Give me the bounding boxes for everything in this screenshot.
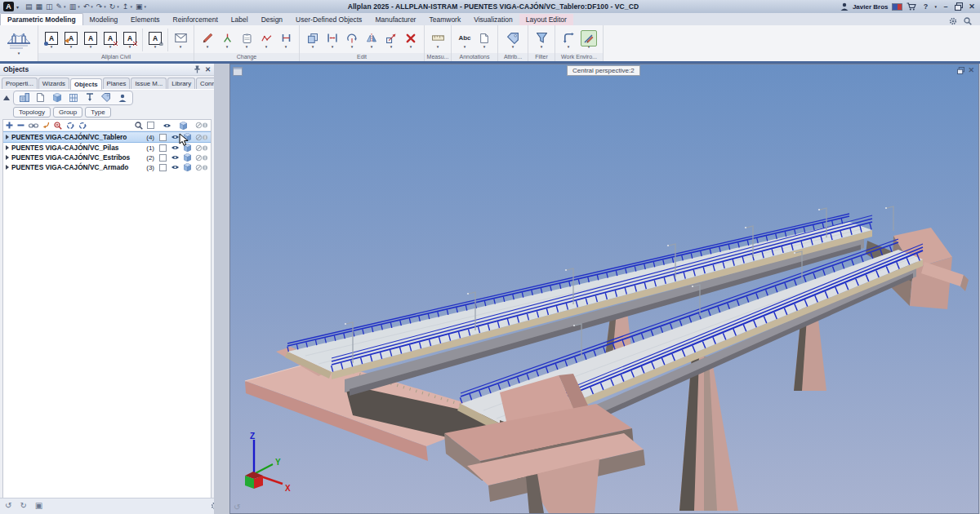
civil-edit-button[interactable]: A — [82, 31, 100, 49]
select-all-checkbox[interactable] — [147, 122, 154, 129]
edit-caret-icon[interactable]: ▾ — [64, 2, 66, 11]
allplan-civil-launcher-button[interactable]: ▾ — [0, 25, 38, 61]
slash-info-icon[interactable] — [195, 164, 208, 171]
3d-column-icon[interactable] — [180, 122, 187, 130]
app-menu-button[interactable]: A — [3, 2, 14, 11]
shop-cart-icon[interactable] — [906, 2, 916, 11]
window-icon[interactable]: ▣ — [136, 2, 143, 11]
apply-down-icon[interactable] — [42, 122, 50, 129]
row-checkbox[interactable] — [159, 134, 167, 141]
sort-by-document-button[interactable] — [33, 92, 48, 104]
edit-properties-button[interactable] — [238, 31, 256, 49]
delete-button[interactable] — [402, 31, 420, 49]
group-button[interactable]: Group — [53, 107, 82, 117]
tab-modeling[interactable]: Modeling — [83, 14, 125, 25]
rotate-button[interactable] — [343, 31, 361, 49]
redo-icon[interactable]: ↷ — [96, 2, 103, 11]
pin-icon[interactable] — [194, 65, 201, 73]
tree-row-armado[interactable]: PUENTES VIGA-CAJÓN/VC_Armado (3) — [3, 162, 211, 172]
visibility-column-icon[interactable] — [163, 122, 172, 129]
language-flag-icon[interactable] — [892, 3, 902, 11]
panel-tab-issue-manager[interactable]: Issue M... — [131, 78, 167, 89]
link-icon[interactable] — [29, 122, 38, 129]
slash-info-icon[interactable] — [195, 154, 208, 162]
undo-icon[interactable]: ↶ — [83, 2, 90, 11]
redo-caret-icon[interactable]: ▾ — [104, 2, 106, 11]
rotate-left-icon[interactable]: ↺ — [5, 502, 11, 510]
panel-tab-wizards[interactable]: Wizards — [38, 78, 69, 89]
zoom-selection-icon[interactable] — [54, 122, 62, 130]
eye-icon[interactable] — [171, 154, 180, 161]
modify-button[interactable] — [198, 31, 216, 49]
panel-tab-objects[interactable]: Objects — [70, 78, 102, 90]
civil-parametric-model-button[interactable]: A — [42, 31, 60, 49]
sort-by-object-button[interactable] — [49, 92, 65, 104]
viewport-mini-window-icon[interactable] — [233, 67, 243, 76]
tree-row-estribos[interactable]: PUENTES VIGA-CAJÓN/VC_Estribos (2) — [3, 153, 211, 162]
import-caret-icon[interactable]: ▾ — [130, 2, 132, 11]
search-icon[interactable] — [135, 122, 143, 130]
tab-manufacturer[interactable]: Manufacturer — [368, 14, 422, 25]
user-icon[interactable] — [840, 2, 849, 11]
filter-button[interactable] — [532, 31, 550, 49]
selection-mode-button[interactable] — [579, 31, 599, 49]
tab-elements[interactable]: Elements — [124, 14, 166, 25]
3d-viewport-canvas[interactable]: Z Y X — [230, 64, 979, 513]
edit-icon[interactable]: ✎ — [56, 2, 63, 11]
tab-visualization[interactable]: Visualization — [467, 14, 519, 25]
refresh-view-icon[interactable] — [66, 122, 74, 130]
viewport-close-icon[interactable]: ✕ — [968, 66, 974, 74]
civil-export-button[interactable] — [172, 31, 189, 49]
tab-label[interactable]: Label — [225, 14, 255, 25]
move-spacing-button[interactable] — [323, 31, 341, 49]
civil-purge-button[interactable]: A — [121, 31, 139, 49]
civil-exchange-button[interactable]: A — [62, 31, 80, 49]
expander-icon[interactable] — [6, 144, 11, 152]
expand-all-icon[interactable] — [6, 122, 13, 129]
window-mode-icon[interactable]: ▣ — [35, 502, 42, 510]
panel-tab-library[interactable]: Library — [167, 78, 195, 89]
cube-icon[interactable] — [184, 163, 191, 171]
print-caret-icon[interactable]: ▾ — [78, 2, 80, 11]
search-icon[interactable] — [964, 17, 972, 25]
text-button[interactable]: Abc — [456, 31, 474, 49]
tab-teamwork[interactable]: Teamwork — [422, 14, 467, 25]
row-checkbox[interactable] — [159, 144, 167, 152]
refresh-icon[interactable]: ↻ — [109, 2, 116, 11]
measure-button[interactable] — [429, 31, 447, 49]
sort-order-button[interactable] — [82, 92, 97, 104]
lock-column-icon[interactable] — [195, 122, 208, 129]
close-button[interactable]: ✕ — [967, 2, 977, 11]
viewport-bottom-icon[interactable]: ↺ — [234, 503, 240, 512]
help-button[interactable]: ? — [920, 2, 930, 11]
rotate-right-icon[interactable]: ↻ — [20, 502, 26, 510]
panel-tab-properties[interactable]: Properti... — [2, 78, 38, 89]
print-icon[interactable]: ▥ — [69, 2, 77, 11]
mirror-button[interactable] — [363, 31, 381, 49]
refresh-caret-icon[interactable]: ▾ — [117, 2, 119, 11]
tab-layout-editor[interactable]: Layout Editor — [519, 14, 573, 25]
help-caret-icon[interactable]: ▾ — [934, 4, 937, 9]
save-icon[interactable]: ◫ — [46, 2, 53, 11]
row-checkbox[interactable] — [159, 164, 167, 171]
collapse-icon[interactable] — [3, 95, 10, 100]
tab-design[interactable]: Design — [255, 14, 289, 25]
type-button[interactable]: Type — [85, 107, 110, 117]
restore-button[interactable] — [955, 2, 963, 11]
settings-gear-icon[interactable] — [949, 17, 957, 25]
copy-button[interactable] — [304, 31, 322, 49]
user-name[interactable]: Javier Bros — [853, 3, 889, 11]
3d-viewport[interactable]: Z Y X Central perspective:2 ✕ ↺ — [229, 64, 979, 514]
expander-icon[interactable] — [6, 164, 11, 171]
import-icon[interactable]: ↥ — [122, 2, 129, 11]
split-button[interactable] — [218, 31, 236, 49]
workspace-switch-button[interactable] — [559, 31, 577, 49]
civil-delete-button[interactable]: A — [101, 31, 119, 49]
edit-polyline-button[interactable] — [257, 31, 275, 49]
refresh-all-icon[interactable] — [78, 122, 87, 130]
undo-caret-icon[interactable]: ▾ — [91, 2, 93, 11]
panel-splitter[interactable] — [214, 64, 229, 514]
slash-info-icon[interactable] — [195, 134, 208, 141]
sort-by-attribute-button[interactable] — [98, 92, 114, 104]
sort-by-trade-button[interactable] — [114, 92, 130, 104]
